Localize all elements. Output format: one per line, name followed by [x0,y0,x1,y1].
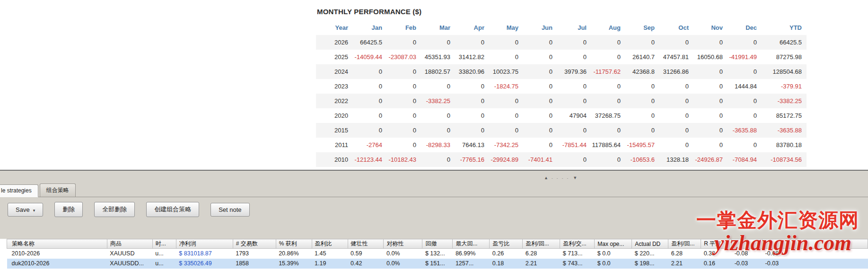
value-cell: -7401.41 [523,152,557,167]
value-cell: 0 [591,50,625,64]
strategy-row[interactable]: duk2010-2026XAUUSDD...u...$ 335026.49185… [7,259,868,269]
databank-col-header[interactable]: 最大回... [453,239,490,249]
databank-col-header[interactable]: 盈利/回... [668,239,701,249]
year-cell: 2026 [316,35,353,50]
value-cell: 0 [353,64,387,79]
value-cell: -2764 [353,138,387,152]
cell: 86.99% [453,249,490,259]
toolbar: Save▾ 删除 全部删除 创建组合策略 Set note [8,202,250,217]
app-window: MONTHLY PERFORMANCE ($) YearJanFebMarApr… [0,0,868,279]
splitter-handle[interactable]: ▲ - - - - ▼ [544,175,577,180]
monthly-row-2023: 20230000-1824.750000001444.84-379.91 [316,79,807,94]
value-cell: 45351.93 [421,50,455,64]
value-cell: 18802.57 [421,64,455,79]
value-cell: 0 [693,79,728,94]
value-cell: 0 [659,123,693,138]
value-cell: -41991.49 [728,50,762,64]
databank-col-header[interactable]: Max ope... [595,239,632,249]
value-cell: 10023.75 [489,64,523,79]
databank-col-header[interactable]: 盈利/回... [523,239,560,249]
cell: $ 0.0 [595,249,632,259]
monthly-col-oct: Oct [659,20,693,35]
value-cell: 83780.18 [762,138,807,152]
value-cell: 0 [387,79,421,94]
value-cell: 0 [455,108,489,123]
cell: 0.59 [348,249,384,259]
value-cell: 0 [557,79,591,94]
strategy-row[interactable]: 2010-2026XAUUSDu...$ 831018.87179320.86%… [7,249,868,259]
delete-button[interactable]: 删除 [54,202,83,217]
databank-col-header[interactable]: 回撤 [422,239,453,249]
tab-portfolio-strategies[interactable]: 组合策略 [40,183,76,197]
databank-col-header[interactable]: # 交易数 [233,239,276,249]
monthly-col-may: May [489,20,523,35]
value-cell: 0 [523,138,557,152]
value-cell: 0 [728,94,762,108]
value-cell: -1824.75 [489,79,523,94]
collapse-down-icon[interactable]: ▼ [573,175,577,180]
databank-col-header[interactable]: 盈利/交... [560,239,595,249]
databank-col-header[interactable]: 健壮性 [348,239,384,249]
value-cell: 85172.75 [762,108,807,123]
collapse-up-icon[interactable]: ▲ [544,175,548,180]
save-button[interactable]: Save▾ [8,203,43,217]
cell: $ 0.0 [595,259,632,269]
create-portfolio-button[interactable]: 创建组合策略 [146,202,199,217]
databank-col-header[interactable]: 时... [152,239,176,249]
cell: 0.18 [490,259,523,269]
databank-col-header[interactable]: 商品 [107,239,152,249]
cell: -0.08 [732,249,763,259]
value-cell: 0 [693,94,728,108]
databank-col-header[interactable]: 净利润 [176,239,233,249]
databank-col-header[interactable]: 策略名称 [7,239,107,249]
value-cell: 0 [523,64,557,79]
value-cell: 47904 [557,108,591,123]
monthly-performance-report: MONTHLY PERFORMANCE ($) YearJanFebMarApr… [316,5,807,167]
set-note-button[interactable]: Set note [210,203,249,217]
databank-col-header[interactable]: % 获利 [276,239,312,249]
value-cell: 0 [557,50,591,64]
databank-col-header[interactable] [763,239,793,249]
value-cell: 26140.7 [625,50,659,64]
monthly-col-feb: Feb [387,20,421,35]
databank-col-header[interactable]: 盈亏比 [490,239,523,249]
monthly-body: 202666425.50000000000066425.52025-14059.… [316,35,807,167]
value-cell: -15495.57 [625,138,659,152]
databank-col-header[interactable]: R 平方 [701,239,732,249]
value-cell: -7084.94 [728,152,762,167]
databank-col-header[interactable]: 对称性 [384,239,422,249]
value-cell: 0 [728,138,762,152]
monthly-col-sep: Sep [625,20,659,35]
value-cell: -10182.43 [387,152,421,167]
monthly-row-2022: 202200-3382.25000000000-3382.25 [316,94,807,108]
value-cell: 0 [387,123,421,138]
cell: -0.03 [732,259,763,269]
value-cell: 0 [625,108,659,123]
cell: 2.21 [668,259,701,269]
value-cell: 42368.8 [625,64,659,79]
databank-col-header[interactable]: Actual DD [632,239,668,249]
value-cell: 0 [693,123,728,138]
value-cell: -24926.87 [693,152,728,167]
value-cell: 0 [387,94,421,108]
value-cell: 0 [455,35,489,50]
monthly-row-2024: 20240018802.5733820.9610023.7503979.36-1… [316,64,807,79]
databank-col-header[interactable] [732,239,763,249]
cell: 1.45 [312,249,348,259]
value-cell: -12123.44 [353,152,387,167]
tab-single-strategies[interactable]: le strategies [0,184,38,197]
cell: $ 132... [422,249,453,259]
monthly-col-dec: Dec [728,20,762,35]
cell: XAUUSDD... [107,259,152,269]
value-cell: 0 [728,108,762,123]
databank-col-header[interactable]: 盈利比 [312,239,348,249]
value-cell: 0 [353,123,387,138]
databank-body: 2010-2026XAUUSDu...$ 831018.87179320.86%… [7,249,868,269]
monthly-col-year: Year [316,20,353,35]
save-button-label: Save [16,206,30,213]
year-cell: 2015 [316,123,353,138]
delete-all-button[interactable]: 全部删除 [94,202,135,217]
cell: 20.86% [276,249,312,259]
value-cell: -7342.25 [489,138,523,152]
value-cell: 0 [523,108,557,123]
